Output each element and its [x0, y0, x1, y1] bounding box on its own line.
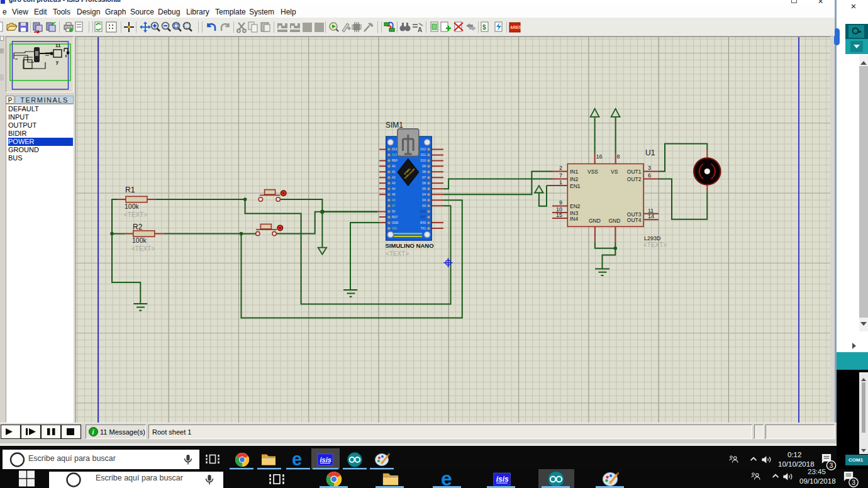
svg-text:D7: D7: [422, 176, 426, 179]
svg-text:IN4: IN4: [570, 216, 579, 222]
svg-text:D9: D9: [422, 165, 426, 168]
svg-text:14: 14: [648, 213, 654, 219]
svg-text:D3: D3: [422, 199, 426, 202]
svg-text:A3: A3: [392, 182, 396, 185]
svg-text:11: 11: [55, 43, 61, 48]
svg-text:16: 16: [596, 153, 603, 160]
svg-text:i: i: [92, 429, 94, 436]
svg-text:VSS: VSS: [587, 169, 598, 175]
svg-text:15: 15: [556, 212, 562, 218]
svg-text:D5: D5: [422, 187, 426, 191]
svg-text:GND: GND: [420, 210, 426, 213]
svg-text:<TEXT>: <TEXT>: [131, 245, 155, 252]
svg-text:R2: R2: [133, 223, 143, 231]
svg-text:TX1: TX1: [421, 227, 426, 230]
svg-text:GND: GND: [609, 218, 621, 224]
svg-text:RST: RST: [420, 216, 426, 219]
svg-text:EN1: EN1: [570, 183, 581, 189]
svg-text:A6: A6: [392, 199, 396, 202]
svg-text:10/10/2018: 10/10/2018: [778, 460, 815, 468]
svg-text:A1: A1: [392, 170, 396, 174]
svg-text:IN2: IN2: [570, 176, 579, 182]
svg-text:D12: D12: [421, 148, 426, 151]
svg-text:EN2: EN2: [570, 203, 581, 209]
svg-text:ARES: ARES: [510, 25, 522, 30]
svg-text:3V3: 3V3: [392, 153, 398, 157]
svg-text:8: 8: [617, 153, 620, 160]
svg-text:A4: A4: [392, 187, 396, 191]
svg-text:<TEXT>: <TEXT>: [643, 241, 667, 248]
svg-text:A7: A7: [392, 204, 396, 208]
svg-text:D8: D8: [422, 170, 426, 174]
svg-text:A0: A0: [392, 165, 396, 168]
svg-text:0:12: 0:12: [787, 451, 801, 458]
svg-text:2: 2: [559, 165, 562, 171]
svg-text:D6: D6: [422, 182, 426, 185]
svg-text:<TEXT>: <TEXT>: [124, 211, 147, 218]
svg-text:A5: A5: [392, 193, 396, 196]
svg-text:D11: D11: [421, 153, 426, 157]
svg-text:100k: 100k: [125, 202, 140, 210]
svg-text:D4: D4: [422, 193, 426, 196]
svg-text:U1: U1: [645, 148, 655, 157]
svg-text:GND: GND: [589, 218, 601, 224]
svg-text:A: A: [418, 26, 422, 33]
svg-text:OUT1: OUT1: [627, 169, 642, 175]
svg-text:<TEXT>: <TEXT>: [386, 250, 409, 257]
svg-text:OUT4: OUT4: [627, 217, 642, 223]
svg-text:RX0: RX0: [420, 221, 426, 225]
svg-text:VS: VS: [611, 169, 618, 175]
svg-text:9: 9: [559, 199, 562, 206]
svg-text:1: 1: [559, 179, 562, 186]
svg-text:L293D: L293D: [644, 235, 661, 241]
svg-text:R1: R1: [125, 186, 135, 194]
svg-text:OUT2: OUT2: [627, 176, 642, 182]
svg-text:6: 6: [648, 172, 651, 179]
svg-text:5V: 5V: [392, 210, 396, 213]
svg-text:y: y: [56, 60, 58, 65]
svg-text:IN1: IN1: [570, 169, 579, 175]
svg-text:RST: RST: [392, 216, 398, 219]
svg-text:$: $: [482, 24, 486, 31]
svg-text:A2: A2: [392, 176, 396, 179]
svg-text:SIMULINO NANO: SIMULINO NANO: [386, 242, 434, 249]
svg-text:23:45: 23:45: [808, 468, 826, 475]
svg-text:3: 3: [648, 165, 651, 171]
svg-text:11: 11: [648, 208, 654, 214]
svg-text:SIM1: SIM1: [386, 121, 403, 130]
svg-text:100k: 100k: [132, 236, 147, 244]
svg-text:7: 7: [559, 172, 562, 179]
svg-text:GND: GND: [392, 221, 399, 225]
svg-text:D13: D13: [392, 148, 398, 151]
svg-text:VIN: VIN: [392, 227, 397, 230]
svg-text:D10: D10: [421, 159, 426, 162]
svg-text:REF: REF: [392, 159, 398, 162]
svg-text:09/10/2018: 09/10/2018: [799, 477, 836, 485]
svg-text:D2: D2: [422, 204, 426, 208]
